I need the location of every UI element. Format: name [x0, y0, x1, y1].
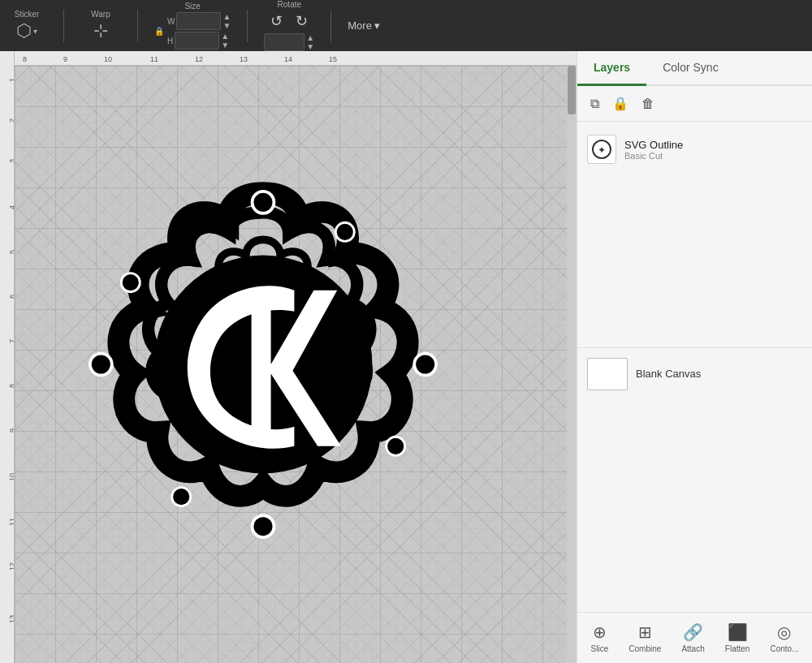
tab-color-sync[interactable]: Color Sync [646, 51, 734, 86]
svg-text:✦: ✦ [598, 144, 606, 156]
contour-tool[interactable]: ◎ Conto... [763, 619, 805, 657]
ruler-mark-11: 11 [150, 55, 158, 63]
size-w-input[interactable] [176, 12, 221, 30]
panel-tabs: Layers Color Sync [577, 51, 812, 86]
rotate-left-btn[interactable]: ↺ [266, 11, 287, 32]
rotate-up-arrow[interactable]: ▲ [306, 33, 314, 42]
h-down-arrow[interactable]: ▼ [221, 41, 229, 50]
ruler-vmark-13: 13 [8, 615, 15, 623]
ruler-mark-10: 10 [104, 55, 112, 63]
tab-layers[interactable]: Layers [577, 51, 646, 86]
layer-item-svg-outline[interactable]: ✦ SVG Outline Basic Cut [577, 128, 812, 170]
canvas-area[interactable]: 8 9 10 11 12 13 14 15 1 2 3 4 5 6 7 8 9 … [0, 51, 577, 663]
rotate-label: Rotate [278, 0, 301, 9]
sticker-icon: ⬡ [16, 20, 32, 41]
contour-label: Conto... [770, 644, 798, 653]
svg-point-5 [335, 222, 354, 241]
logo-svg [68, 170, 458, 559]
ruler-vmark-1: 1 [8, 78, 15, 82]
svg-point-3 [253, 515, 274, 537]
panel-spacer [577, 400, 812, 613]
flatten-tool[interactable]: ⬛ Flatten [719, 619, 757, 657]
ruler-vmark-5: 5 [8, 250, 15, 254]
ruler-mark-9: 9 [63, 55, 67, 63]
ruler-vmark-10: 10 [8, 473, 15, 481]
warp-icon: ⊹ [93, 20, 108, 41]
lock-layer-btn[interactable]: 🔒 [609, 93, 632, 114]
w-down-arrow[interactable]: ▼ [222, 21, 231, 30]
toolbar: Sticker ⬡ ▾ Warp ⊹ Size 🔒 W ▲ ▼ [0, 0, 812, 51]
flatten-icon: ⬛ [728, 622, 748, 642]
main-layout: 8 9 10 11 12 13 14 15 1 2 3 4 5 6 7 8 9 … [0, 51, 812, 663]
combine-tool[interactable]: ⊞ Combine [622, 619, 667, 657]
w-up-arrow[interactable]: ▲ [222, 12, 231, 21]
lock-layer-icon: 🔒 [612, 97, 628, 110]
ruler-vmark-6: 6 [8, 295, 15, 299]
ruler-top: 8 9 10 11 12 13 14 15 [0, 51, 577, 66]
ruler-mark-13: 13 [240, 55, 248, 63]
duplicate-layer-btn[interactable]: ⧉ [587, 93, 603, 114]
svg-point-8 [121, 273, 140, 292]
size-label: Size [184, 2, 200, 11]
combine-icon: ⊞ [638, 622, 652, 642]
svg-point-4 [90, 354, 112, 376]
ruler-mark-14: 14 [284, 55, 292, 63]
slice-tool[interactable]: ⊕ Slice [585, 619, 615, 657]
ruler-vmark-8: 8 [8, 384, 15, 388]
ruler-vmark-4: 4 [8, 205, 15, 209]
divider-1 [63, 10, 64, 42]
slice-label: Slice [591, 644, 609, 653]
sticker-group: Sticker ⬡ ▾ [6, 10, 47, 41]
blank-canvas-label: Blank Canvas [636, 368, 701, 380]
size-h-input[interactable] [175, 32, 219, 50]
delete-layer-btn[interactable]: 🗑 [638, 93, 658, 114]
combine-label: Combine [628, 644, 661, 653]
svg-point-2 [414, 354, 436, 376]
layer-thumbnail: ✦ [587, 135, 616, 164]
rotate-group: Rotate ↺ ↻ ▲ ▼ [264, 0, 314, 51]
rotate-input[interactable] [264, 33, 304, 51]
blank-canvas-section[interactable]: Blank Canvas [577, 347, 812, 400]
logo-container[interactable] [68, 170, 458, 559]
sticker-label: Sticker [15, 10, 40, 19]
bottom-panel-toolbar: ⊕ Slice ⊞ Combine 🔗 Attach ⬛ Flatten ◎ C… [577, 612, 812, 663]
h-up-arrow[interactable]: ▲ [221, 32, 229, 41]
ruler-vmark-11: 11 [8, 518, 15, 526]
ruler-vmark-3: 3 [8, 159, 15, 163]
scrollbar-thumb[interactable] [568, 66, 576, 114]
rotate-right-btn[interactable]: ↻ [291, 11, 313, 32]
layer-thumb-svg: ✦ [590, 138, 613, 161]
vertical-scrollbar[interactable] [567, 66, 577, 663]
panel-toolbar: ⧉ 🔒 🗑 [577, 86, 812, 122]
right-panel: Layers Color Sync ⧉ 🔒 🗑 [577, 51, 812, 663]
rotate-down-arrow[interactable]: ▼ [306, 42, 314, 51]
sticker-dropdown-arrow[interactable]: ▾ [33, 27, 37, 36]
svg-point-6 [387, 437, 405, 455]
duplicate-icon: ⧉ [590, 97, 599, 110]
more-button[interactable]: More ▾ [348, 19, 380, 32]
h-label: H [167, 37, 173, 45]
slice-icon: ⊕ [593, 622, 607, 642]
ruler-vmark-2: 2 [8, 118, 15, 123]
divider-3 [247, 10, 248, 42]
attach-label: Attach [681, 644, 704, 653]
ruler-mark-8: 8 [23, 55, 27, 63]
more-label: More [348, 19, 372, 32]
divider-4 [330, 10, 331, 42]
design-canvas[interactable] [15, 66, 567, 663]
layer-name: SVG Outline [624, 139, 683, 151]
ruler-mark-12: 12 [195, 55, 203, 63]
flatten-label: Flatten [725, 644, 750, 653]
svg-point-1 [253, 192, 274, 213]
ruler-vmark-7: 7 [8, 339, 15, 343]
layers-list: ✦ SVG Outline Basic Cut [577, 122, 812, 347]
attach-tool[interactable]: 🔗 Attach [675, 619, 710, 657]
size-lock-icon: 🔒 [154, 27, 164, 36]
warp-group: Warp ⊹ [80, 10, 121, 41]
ruler-left: 1 2 3 4 5 6 7 8 9 10 11 12 13 [0, 51, 15, 663]
divider-2 [137, 10, 138, 42]
layer-info: SVG Outline Basic Cut [624, 139, 683, 161]
ruler-vmark-9: 9 [8, 428, 15, 433]
svg-point-7 [172, 488, 191, 506]
delete-icon: 🗑 [641, 97, 654, 110]
